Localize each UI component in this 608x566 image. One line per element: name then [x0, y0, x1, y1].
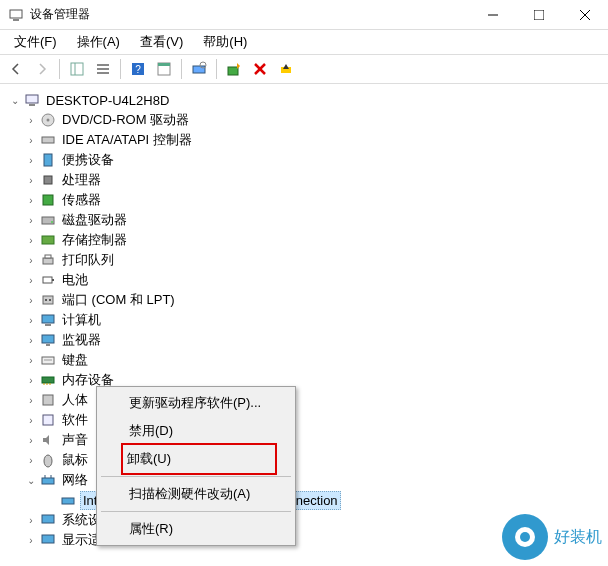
close-button[interactable] — [562, 0, 608, 29]
ide-icon — [40, 132, 56, 148]
expand-icon[interactable]: › — [24, 133, 38, 147]
collapse-icon[interactable]: ⌄ — [24, 473, 38, 487]
monitor-icon — [40, 332, 56, 348]
scan-hardware-button[interactable] — [187, 57, 211, 81]
expand-icon[interactable]: › — [24, 353, 38, 367]
expand-icon[interactable]: › — [24, 513, 38, 527]
tree-category[interactable]: ›IDE ATA/ATAPI 控制器 — [4, 130, 604, 150]
svg-rect-56 — [42, 515, 54, 523]
svg-rect-32 — [43, 258, 53, 264]
expand-icon[interactable]: › — [24, 293, 38, 307]
tree-category[interactable]: ›计算机 — [4, 310, 604, 330]
menu-view[interactable]: 查看(V) — [132, 31, 191, 53]
battery-icon — [40, 272, 56, 288]
expand-icon[interactable]: › — [24, 413, 38, 427]
tree-category[interactable]: ›软件 — [4, 410, 604, 430]
show-hide-tree-button[interactable] — [65, 57, 89, 81]
tree-category[interactable]: ›打印队列 — [4, 250, 604, 270]
svg-rect-6 — [71, 63, 83, 75]
svg-rect-27 — [44, 176, 52, 184]
svg-rect-15 — [193, 66, 205, 73]
category-label: 存储控制器 — [60, 230, 129, 250]
tree-category[interactable]: ›电池 — [4, 270, 604, 290]
minimize-button[interactable] — [470, 0, 516, 29]
ctx-disable[interactable]: 禁用(D) — [99, 417, 293, 445]
svg-rect-0 — [10, 10, 22, 18]
toolbar-separator — [120, 59, 121, 79]
list-button[interactable] — [91, 57, 115, 81]
svg-rect-41 — [42, 335, 54, 343]
update-driver-button[interactable] — [222, 57, 246, 81]
toolbar-separator — [181, 59, 182, 79]
expand-icon[interactable]: › — [24, 373, 38, 387]
svg-rect-25 — [42, 137, 54, 143]
tree-category[interactable]: ›存储控制器 — [4, 230, 604, 250]
expand-icon[interactable]: › — [24, 233, 38, 247]
svg-rect-55 — [62, 498, 74, 504]
help-button[interactable]: ? — [126, 57, 150, 81]
sound-icon — [40, 432, 56, 448]
category-label: 人体 — [60, 390, 90, 410]
expand-icon[interactable]: › — [24, 393, 38, 407]
menu-action[interactable]: 操作(A) — [69, 31, 128, 53]
collapse-icon[interactable]: ⌄ — [8, 93, 22, 107]
svg-rect-40 — [45, 324, 51, 326]
tree-category[interactable]: ›处理器 — [4, 170, 604, 190]
disable-button[interactable] — [274, 57, 298, 81]
svg-rect-57 — [42, 535, 54, 543]
svg-rect-34 — [43, 277, 52, 283]
tree-category[interactable]: ›端口 (COM 和 LPT) — [4, 290, 604, 310]
expand-icon[interactable]: › — [24, 253, 38, 267]
back-button[interactable] — [4, 57, 28, 81]
category-label: IDE ATA/ATAPI 控制器 — [60, 130, 194, 150]
menu-bar: 文件(F) 操作(A) 查看(V) 帮助(H) — [0, 30, 608, 54]
tree-category[interactable]: ›人体 — [4, 390, 604, 410]
expand-icon[interactable]: › — [24, 113, 38, 127]
svg-point-51 — [44, 455, 52, 467]
expand-icon[interactable]: › — [24, 153, 38, 167]
svg-point-38 — [49, 299, 51, 301]
tree-category[interactable]: ›鼠标 — [4, 450, 604, 470]
menu-help[interactable]: 帮助(H) — [195, 31, 255, 53]
maximize-button[interactable] — [516, 0, 562, 29]
ctx-properties[interactable]: 属性(R) — [99, 515, 293, 543]
ctx-scan-hardware[interactable]: 扫描检测硬件改动(A) — [99, 480, 293, 508]
svg-rect-50 — [43, 415, 53, 425]
tree-category[interactable]: ›传感器 — [4, 190, 604, 210]
expand-icon[interactable]: › — [24, 193, 38, 207]
computer-icon — [40, 312, 56, 328]
tree-category[interactable]: ›DVD/CD-ROM 驱动器 — [4, 110, 604, 130]
menu-file[interactable]: 文件(F) — [6, 31, 65, 53]
tree-category[interactable]: ›便携设备 — [4, 150, 604, 170]
svg-rect-14 — [158, 63, 170, 66]
svg-rect-17 — [228, 67, 238, 75]
expand-icon[interactable]: › — [24, 213, 38, 227]
properties-button[interactable] — [152, 57, 176, 81]
uninstall-button[interactable] — [248, 57, 272, 81]
device-tree[interactable]: ⌄ DESKTOP-U4L2H8D ›DVD/CD-ROM 驱动器 ›IDE A… — [0, 84, 608, 566]
forward-button[interactable] — [30, 57, 54, 81]
category-label: 处理器 — [60, 170, 103, 190]
ctx-update-driver[interactable]: 更新驱动程序软件(P)... — [99, 389, 293, 417]
svg-rect-36 — [43, 296, 53, 304]
software-icon — [40, 412, 56, 428]
highlight-uninstall: 卸载(U) — [121, 443, 277, 475]
expand-icon[interactable]: › — [24, 533, 38, 547]
expand-icon[interactable]: › — [24, 333, 38, 347]
tree-category-network[interactable]: ⌄网络 — [4, 470, 604, 490]
expand-icon[interactable]: › — [24, 173, 38, 187]
expand-icon[interactable]: › — [24, 453, 38, 467]
tree-category[interactable]: ›内存设备 — [4, 370, 604, 390]
expand-icon[interactable]: › — [24, 433, 38, 447]
tree-category[interactable]: ›监视器 — [4, 330, 604, 350]
tree-root[interactable]: ⌄ DESKTOP-U4L2H8D — [4, 90, 604, 110]
tree-category[interactable]: ›声音 — [4, 430, 604, 450]
category-label: 便携设备 — [60, 150, 116, 170]
tree-device-network-adapter[interactable]: Intel(R) 82574L Gigabit Network Connecti… — [4, 490, 604, 510]
tree-category[interactable]: ›磁盘驱动器 — [4, 210, 604, 230]
expand-icon[interactable]: › — [24, 313, 38, 327]
expand-icon[interactable]: › — [24, 273, 38, 287]
tree-category[interactable]: ›键盘 — [4, 350, 604, 370]
ctx-uninstall[interactable]: 卸载(U) — [127, 447, 271, 471]
dvd-icon — [40, 112, 56, 128]
